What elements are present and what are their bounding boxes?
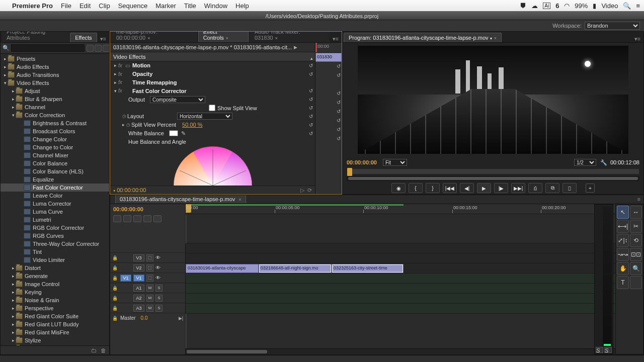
effect-item[interactable]: Broadcast Colors	[1, 127, 109, 135]
effects-folder[interactable]: Stylize	[1, 336, 109, 344]
program-tc-left[interactable]: 00:00:00:00	[347, 159, 377, 165]
program-viewer[interactable]	[343, 43, 643, 157]
effects-folder[interactable]: Presets	[1, 55, 109, 63]
program-fit-select[interactable]: Fit	[383, 159, 407, 166]
fx-timecode[interactable]: 00:00:00:00	[117, 187, 146, 193]
linked-icon[interactable]	[133, 215, 141, 222]
cc-icon[interactable]: ☁	[531, 2, 538, 10]
toggle-sync[interactable]: ⬚	[146, 264, 153, 272]
mute-btn[interactable]: M	[146, 295, 153, 302]
program-scrub-bar[interactable]	[347, 168, 639, 174]
fx-time-remapping[interactable]: ▸fxTime Remapping	[110, 78, 315, 87]
track-target[interactable]: V2	[133, 264, 144, 272]
menu-file[interactable]: File	[61, 2, 71, 10]
effects-folder[interactable]: Red Giant Color Suite	[1, 312, 109, 320]
lock-icon[interactable]: 🔒	[112, 276, 118, 281]
timeline-ruler[interactable]: 00:0000:00:05:0000:00:10:0000:00:15:0000…	[186, 204, 643, 214]
track-target[interactable]: V1	[133, 275, 144, 282]
menu-icon[interactable]: ≡	[636, 2, 640, 10]
tool-btn-7[interactable]: ⊡⊡	[630, 248, 642, 261]
battery-icon[interactable]: ▮	[593, 2, 596, 10]
split-view-checkbox[interactable]	[209, 105, 215, 111]
panel-menu-icon[interactable]: ▾≡	[330, 36, 342, 42]
effects-folder[interactable]: Image Control	[1, 280, 109, 288]
eye-icon[interactable]: 👁	[155, 265, 163, 270]
transport-btn-6[interactable]: |▶	[494, 183, 508, 193]
panel-menu-icon[interactable]: ▾≡	[631, 36, 643, 42]
timeline-timecode[interactable]: 00:00:00:00	[110, 204, 185, 214]
toggle-sync[interactable]: ⬚	[146, 254, 153, 261]
effects-folder[interactable]: Red Giant LUT Buddy	[1, 320, 109, 328]
eyedropper-icon[interactable]: ✎	[181, 130, 186, 137]
effect-item[interactable]: Change to Color	[1, 143, 109, 151]
effects-folder[interactable]: Blur & Sharpen	[1, 95, 109, 103]
transport-btn-5[interactable]: ▶	[477, 183, 491, 193]
tool-btn-9[interactable]: 🔍	[630, 262, 642, 275]
effects-folder[interactable]: Perspective	[1, 304, 109, 312]
settings-icon[interactable]: 🔧	[600, 159, 607, 166]
effect-item[interactable]: Equalize	[1, 175, 109, 184]
lock-icon[interactable]: 🔒	[112, 286, 118, 291]
timeline-clip[interactable]: 031830196-atlanta-cityscape	[186, 264, 259, 273]
panel-menu-icon[interactable]: ▾≡	[97, 36, 109, 42]
effects-folder[interactable]: Noise & Grain	[1, 296, 109, 304]
fx-motion[interactable]: ▸fx▭Motion↺	[110, 61, 315, 70]
mute-btn[interactable]: M	[146, 285, 153, 292]
source-patch[interactable]: V1	[120, 275, 131, 282]
tool-btn-1[interactable]: ↔	[630, 206, 642, 219]
effects-folder[interactable]: Generate	[1, 272, 109, 280]
lock-icon[interactable]: 🔒	[112, 265, 118, 270]
workspace-select[interactable]: Brandon	[585, 22, 640, 30]
dropbox-icon[interactable]: ⛊	[520, 2, 526, 10]
effects-folder[interactable]: Video Effects	[1, 79, 109, 87]
tool-btn-6[interactable]: ↝↝	[617, 248, 629, 261]
effect-item[interactable]: Lumetri	[1, 216, 109, 224]
sequence-tab[interactable]: 031830196-atlanta-cityscape-time-lapse-p…	[115, 195, 246, 203]
track-target[interactable]: A2	[133, 295, 144, 302]
wb-swatch[interactable]	[169, 130, 178, 136]
transport-btn-4[interactable]: ◀|	[460, 183, 474, 193]
prog-label[interactable]: Video	[601, 2, 618, 10]
tab-program[interactable]: Program: 031830196-atlanta-cityscape-tim…	[344, 33, 502, 42]
timeline-track-area[interactable]: 00:0000:00:05:0000:00:10:0000:00:15:0000…	[186, 204, 643, 354]
tool-btn-8[interactable]: ✋	[617, 262, 629, 275]
transport-btn-8[interactable]: ⎙	[528, 183, 542, 193]
lock-icon[interactable]: 🔒	[112, 316, 118, 321]
snap-icon[interactable]	[123, 215, 131, 222]
effect-item[interactable]: Luma Corrector	[1, 200, 109, 208]
effect-item[interactable]: Video Limiter	[1, 256, 109, 264]
transport-btn-0[interactable]: ◉	[391, 183, 406, 193]
fx-fast-color-corrector[interactable]: ▾fxFast Color Corrector↺	[110, 86, 315, 95]
fx-opacity[interactable]: ▸fxOpacity↺	[110, 70, 315, 78]
effect-keyframe-area[interactable]: :00:00 031830 ↺↺↺↺↺↺↺↺	[315, 43, 342, 194]
32bit-filter-icon[interactable]	[95, 45, 102, 52]
panel-menu-icon[interactable]: ≡	[637, 195, 643, 204]
tool-btn-2[interactable]: ⟷|	[617, 220, 629, 233]
effect-item[interactable]: Tint	[1, 248, 109, 256]
tool-btn-3[interactable]: ✂	[630, 220, 642, 233]
transport-btn-3[interactable]: |◀◀	[443, 183, 457, 193]
lock-icon[interactable]: 🔒	[112, 296, 118, 301]
program-res-select[interactable]: 1/2	[574, 159, 596, 166]
transport-btn-1[interactable]: {	[409, 183, 423, 193]
solo-right[interactable]: S	[604, 347, 612, 353]
effect-item[interactable]: RGB Color Corrector	[1, 224, 109, 232]
track-target[interactable]: A1	[133, 285, 144, 292]
effects-folder[interactable]: Audio Transitions	[1, 71, 109, 79]
tool-btn-5[interactable]: ⟲	[630, 234, 642, 247]
menu-title[interactable]: Title	[184, 2, 196, 10]
effects-folder[interactable]: Adjust	[1, 87, 109, 95]
tool-btn-11[interactable]	[630, 276, 642, 289]
effects-search-input[interactable]	[11, 44, 85, 52]
effect-item[interactable]: RGB Curves	[1, 232, 109, 240]
effect-item[interactable]: Fast Color Corrector	[1, 184, 109, 192]
new-bin-icon[interactable]: 🗀	[91, 347, 97, 353]
tool-btn-4[interactable]: ⤢|↕	[617, 234, 629, 247]
effect-item[interactable]: Three-Way Color Corrector	[1, 240, 109, 248]
effect-item[interactable]: Change Color	[1, 135, 109, 143]
solo-btn[interactable]: S	[155, 305, 163, 312]
menu-help[interactable]: Help	[235, 2, 249, 10]
tab-project[interactable]: Project: Pasting Attributes	[2, 31, 69, 42]
effects-folder[interactable]: Distort	[1, 264, 109, 272]
lock-icon[interactable]: 🔒	[112, 306, 118, 311]
